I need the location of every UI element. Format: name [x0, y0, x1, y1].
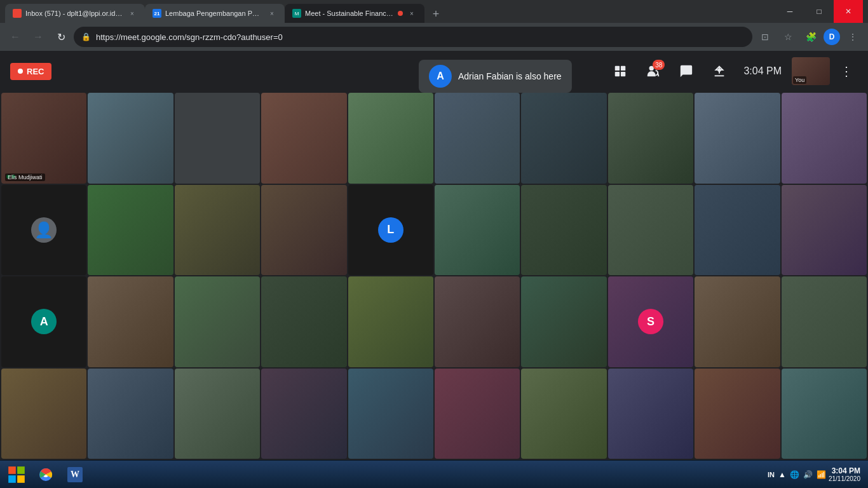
video-cell-4: [261, 93, 346, 184]
recording-indicator: [398, 11, 403, 16]
tray-icons: IN ▲ 🌐 🔊 📶: [768, 470, 826, 479]
chat-button[interactable]: [672, 57, 700, 85]
svg-rect-3: [621, 72, 625, 76]
video-cell-8: [608, 93, 693, 184]
video-cell-12: [88, 185, 173, 276]
avatar-28: S: [638, 309, 663, 334]
extensions-button[interactable]: 🧩: [801, 27, 821, 47]
video-cell-7: [521, 93, 606, 184]
up-arrow-icon: ▲: [778, 470, 786, 479]
video-cell-11: 👤: [1, 185, 86, 276]
svg-point-5: [719, 69, 721, 71]
window-minimize-button[interactable]: ─: [775, 0, 804, 23]
video-cell-32: [88, 369, 173, 459]
tray-time: 3:04 PM 21/11/2020: [829, 466, 860, 482]
present-button[interactable]: [705, 57, 733, 85]
meet-container: REC A Adrian Fabian is also here: [0, 51, 868, 460]
cast-button[interactable]: ⊡: [755, 27, 775, 47]
profile-avatar[interactable]: D: [824, 29, 840, 45]
tab-label-lppi: Lembaga Pengembangan Perba...: [165, 10, 263, 17]
notification-text: Adrian Fabian is also here: [458, 71, 562, 82]
taskbar-chrome[interactable]: [32, 463, 60, 486]
reload-button[interactable]: ↻: [51, 27, 71, 47]
video-cell-25: [348, 276, 433, 367]
forward-button[interactable]: →: [28, 27, 48, 47]
svg-rect-8: [8, 475, 16, 483]
tab-label-gmail: Inbox (571) - dplt1@lppi.or.id - L...: [25, 10, 123, 17]
address-bar[interactable]: 🔒 https://meet.google.com/sgn-rzzm-cdo?a…: [74, 27, 752, 47]
url-text: https://meet.google.com/sgn-rzzm-cdo?aut…: [96, 32, 745, 42]
video-cell-24: [261, 276, 346, 367]
svg-rect-7: [17, 466, 25, 474]
video-cell-39: [695, 369, 780, 459]
video-cell-27: [521, 276, 606, 367]
you-label: You: [793, 76, 806, 84]
participants-button[interactable]: 38: [639, 57, 667, 85]
window-close-button[interactable]: ✕: [834, 0, 863, 23]
tab-close-gmail[interactable]: ×: [127, 8, 137, 18]
bookmark-button[interactable]: ☆: [778, 27, 798, 47]
network-icon: 🌐: [790, 470, 799, 479]
tab-close-lppi[interactable]: ×: [267, 8, 277, 18]
video-cell-14: [261, 185, 346, 276]
video-cell-3: [175, 93, 260, 184]
video-cell-26: [435, 276, 520, 367]
tab-gmail[interactable]: Inbox (571) - dplt1@lppi.or.id - L... ×: [5, 4, 145, 23]
video-cell-13: [175, 185, 260, 276]
video-cell-34: [261, 369, 346, 459]
notification-avatar: A: [429, 65, 452, 88]
tab-close-meet[interactable]: ×: [407, 8, 417, 18]
video-cell-15: L: [348, 185, 433, 276]
svg-rect-2: [615, 72, 620, 76]
video-cell-6: [435, 93, 520, 184]
video-cell-33: [175, 369, 260, 459]
volume-icon: 🔊: [803, 470, 813, 479]
video-cell-17: [521, 185, 606, 276]
rec-dot: [18, 69, 23, 74]
participant-name-1: Elis Mudjiwati: [5, 173, 45, 181]
svg-rect-6: [8, 466, 16, 474]
notification-popup: A Adrian Fabian is also here: [419, 60, 572, 93]
video-cell-29: [695, 276, 780, 367]
svg-rect-9: [17, 475, 25, 483]
video-cell-38: [608, 369, 693, 459]
menu-button[interactable]: ⋮: [843, 27, 863, 47]
grid-view-button[interactable]: [606, 57, 634, 85]
language-indicator: IN: [768, 471, 775, 478]
tab-icon-gmail: [13, 9, 22, 18]
video-cell-35: [348, 369, 433, 459]
video-cell-10: [782, 93, 867, 184]
video-grid: Elis Mudjiwati 👤 L A: [0, 92, 868, 460]
video-cell-5: [348, 93, 433, 184]
taskbar-word[interactable]: W: [61, 463, 89, 486]
avatar-15: L: [378, 217, 403, 243]
tab-label-meet: Meet - Sustainable Finance /...: [305, 10, 394, 17]
video-cell-9: [695, 93, 780, 184]
video-cell-22: [88, 276, 173, 367]
participant-count-badge: 38: [653, 60, 665, 70]
tray-time-main: 3:04 PM: [829, 466, 860, 475]
window-maximize-button[interactable]: □: [804, 0, 834, 23]
video-cell-2: [88, 93, 173, 184]
more-options-button[interactable]: ⋮: [835, 58, 858, 84]
browser-chrome: Inbox (571) - dplt1@lppi.or.id - L... × …: [0, 0, 868, 51]
tab-lppi[interactable]: 21 Lembaga Pengembangan Perba... ×: [145, 4, 285, 23]
avatar-11: 👤: [31, 217, 57, 243]
start-button[interactable]: [3, 463, 31, 486]
avatar-21: A: [31, 309, 57, 334]
video-cell-31: [1, 369, 86, 459]
tab-add-button[interactable]: +: [427, 5, 445, 23]
back-button[interactable]: ←: [5, 27, 25, 47]
video-cell-23: [175, 276, 260, 367]
tab-meet[interactable]: M Meet - Sustainable Finance /... ×: [285, 4, 424, 23]
topbar-controls: 38 3:04 PM You ⋮: [606, 57, 858, 85]
you-thumbnail: You: [792, 57, 830, 85]
rec-badge[interactable]: REC: [10, 63, 51, 80]
video-cell-21: A: [1, 276, 86, 367]
video-cell-19: [695, 185, 780, 276]
video-cell-28: S: [608, 276, 693, 367]
tab-icon-lppi: 21: [153, 9, 161, 18]
time-display: 3:04 PM: [743, 65, 782, 77]
system-tray: IN ▲ 🌐 🔊 📶 3:04 PM 21/11/2020: [763, 466, 865, 482]
video-cell-18: [608, 185, 693, 276]
